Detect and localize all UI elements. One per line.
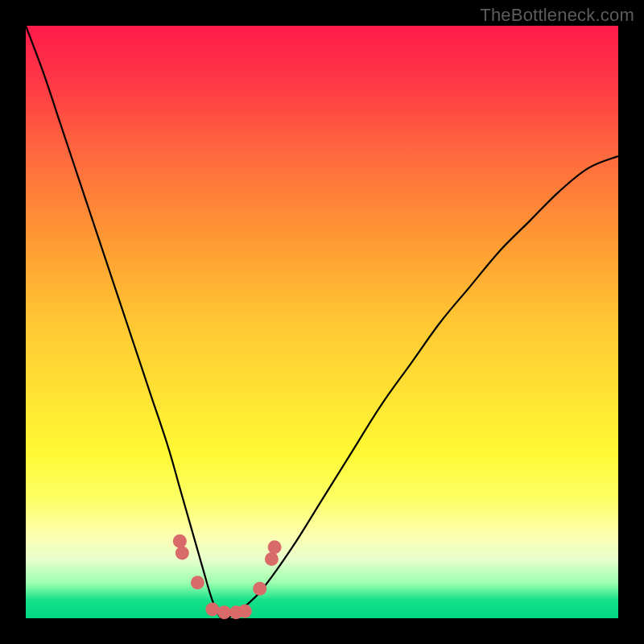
- plot-area: [26, 26, 618, 618]
- curve-marker: [268, 540, 282, 554]
- curve-marker: [205, 602, 219, 616]
- curve-marker: [191, 576, 204, 589]
- curve-marker: [217, 605, 231, 619]
- curve-marker: [265, 552, 279, 566]
- curve-marker: [238, 605, 252, 618]
- chart-frame: TheBottleneck.com: [0, 0, 644, 644]
- curve-marker: [253, 582, 266, 596]
- chart-svg: [26, 26, 618, 618]
- curve-marker: [173, 535, 187, 548]
- watermark-text: TheBottleneck.com: [480, 5, 634, 26]
- bottleneck-curve: [26, 26, 618, 619]
- curve-marker: [175, 547, 189, 560]
- marker-group: [173, 535, 282, 619]
